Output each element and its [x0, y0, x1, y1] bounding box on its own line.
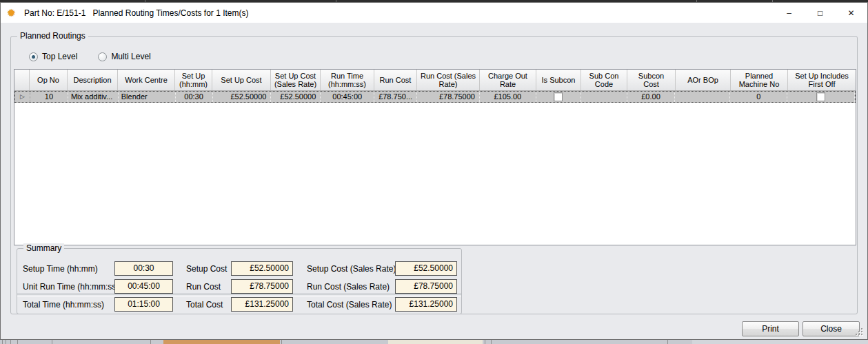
- row-selector-cell[interactable]: ▷: [15, 92, 30, 102]
- cell-run-cost[interactable]: £78.750...: [374, 92, 417, 102]
- background-gridline: [667, 340, 668, 344]
- col-header-label: Run Cost (Sales: [421, 72, 476, 80]
- background-cell: [692, 340, 868, 344]
- col-header-planned-machine-no[interactable]: Planned Machine No: [731, 70, 788, 90]
- background-gridline: [2, 340, 3, 344]
- maximize-button[interactable]: □: [805, 3, 836, 23]
- cell-description[interactable]: Mix additiv...: [68, 92, 119, 102]
- col-header-run-time[interactable]: Run Time (hh:mm:ss): [321, 70, 374, 90]
- title-bar[interactable]: ✹ Part No: E/151-1 Planned Routing Times…: [1, 3, 867, 23]
- col-header-charge-out-rate[interactable]: Charge Out Rate: [480, 70, 536, 90]
- right-triangle-icon: ▷: [20, 92, 25, 102]
- setup-cost-sales-rate-field[interactable]: £52.50000: [395, 261, 457, 276]
- level-radio-group: Top Level Multi Level: [29, 52, 172, 61]
- resize-grip[interactable]: [856, 328, 864, 336]
- run-cost-sales-rate-label: Run Cost (Sales Rate): [307, 282, 390, 292]
- col-header-set-up-cost[interactable]: Set Up Cost: [212, 70, 271, 90]
- print-button[interactable]: Print: [742, 321, 799, 336]
- cell-run-cost-sales-rate[interactable]: £78.75000: [417, 92, 480, 102]
- summary-group-label: Summary: [23, 243, 64, 254]
- background-gridline: [52, 340, 52, 344]
- cell-work-centre[interactable]: Blender: [119, 92, 176, 102]
- unit-run-time-label: Unit Run Time (hh:mm:ss): [23, 282, 119, 292]
- close-button[interactable]: Close: [803, 321, 860, 336]
- col-header-op-no[interactable]: Op No: [30, 70, 68, 90]
- routings-grid: Op No Description Work Centre Set Up (hh…: [14, 69, 856, 245]
- unit-run-time-field[interactable]: 00:45:00: [114, 279, 173, 294]
- setup-time-field[interactable]: 00:30: [114, 261, 173, 276]
- total-time-label: Total Time (hh:mm:ss): [23, 300, 104, 310]
- col-header-set-up-includes-first-off[interactable]: Set Up Includes First Off: [788, 70, 856, 90]
- setup-cost-sales-rate-label: Setup Cost (Sales Rate): [307, 264, 396, 274]
- col-header-label: Op No: [37, 76, 59, 84]
- col-header-row-selector[interactable]: [14, 70, 30, 90]
- background-gridline: [17, 340, 18, 344]
- cell-run-time[interactable]: 00:45:00: [321, 92, 374, 102]
- background-gridline: [6, 340, 6, 344]
- background-gridline: [491, 340, 492, 344]
- col-header-label: Set Up: [182, 72, 205, 80]
- col-header-aor-bop[interactable]: AOr BOp: [676, 70, 731, 90]
- col-header-label: AOr BOp: [687, 76, 718, 84]
- screen: ✹ Part No: E/151-1 Planned Routing Times…: [0, 0, 868, 344]
- radio-top-level-label: Top Level: [42, 52, 77, 61]
- cell-set-up-cost[interactable]: £52.50000: [213, 92, 272, 102]
- radio-multi-level-label: Multi Level: [111, 52, 150, 61]
- background-gridline: [10, 340, 11, 344]
- col-header-label: Is Subcon: [542, 76, 576, 84]
- col-header-label: Cost: [643, 80, 659, 88]
- col-header-label: Planned: [745, 72, 773, 80]
- col-header-run-cost[interactable]: Run Cost: [374, 70, 417, 90]
- col-header-set-up-cost-sales-rate[interactable]: Set Up Cost (Sales Rate): [271, 70, 321, 90]
- cell-charge-out-rate[interactable]: £105.00: [480, 92, 536, 102]
- col-header-sub-con-code[interactable]: Sub Con Code: [581, 70, 627, 90]
- col-header-work-centre[interactable]: Work Centre: [118, 70, 175, 90]
- cell-subcon-cost[interactable]: £0.00: [627, 92, 676, 102]
- col-header-set-up[interactable]: Set Up (hh:mm): [175, 70, 212, 90]
- col-header-label: Rate): [439, 80, 458, 88]
- col-header-label: (hh:mm): [179, 80, 208, 88]
- radio-selected-icon[interactable]: [29, 52, 38, 61]
- cell-planned-machine-no[interactable]: 0: [730, 92, 787, 102]
- run-cost-sales-rate-field[interactable]: £78.75000: [395, 279, 457, 294]
- planned-routings-group: Planned Routings Top Level Multi Level O…: [10, 36, 858, 314]
- total-cost-label: Total Cost: [186, 300, 223, 310]
- run-cost-field[interactable]: £78.75000: [231, 279, 293, 294]
- cell-op-no[interactable]: 10: [30, 92, 68, 102]
- radio-top-level[interactable]: Top Level: [29, 52, 77, 61]
- cell-is-subcon[interactable]: [536, 92, 581, 102]
- minimize-button[interactable]: –: [774, 3, 805, 23]
- col-header-label: Set Up Cost: [275, 72, 316, 80]
- col-header-label: Set Up Includes: [795, 72, 849, 80]
- col-header-label: (hh:mm:ss): [328, 80, 366, 88]
- total-cost-field[interactable]: £131.25000: [231, 297, 293, 312]
- background-gridline: [281, 340, 282, 344]
- cell-sub-con-code[interactable]: [581, 92, 627, 102]
- routing-times-costs-dialog: ✹ Part No: E/151-1 Planned Routing Times…: [0, 2, 868, 340]
- cell-set-up-includes-first-off[interactable]: [787, 92, 855, 102]
- background-gridline: [485, 340, 485, 344]
- window-title: Part No: E/151-1 Planned Routing Times/C…: [24, 8, 248, 18]
- set-up-includes-first-off-checkbox[interactable]: [816, 92, 825, 101]
- col-header-label: Code: [595, 80, 613, 88]
- summary-group: Summary Setup Time (hh:mm) 00:30 Unit Ru…: [17, 248, 462, 314]
- close-window-button[interactable]: ✕: [836, 3, 867, 23]
- col-header-is-subcon[interactable]: Is Subcon: [536, 70, 581, 90]
- col-header-run-cost-sales-rate[interactable]: Run Cost (Sales Rate): [417, 70, 480, 90]
- setup-cost-field[interactable]: £52.50000: [231, 261, 293, 276]
- radio-unselected-icon[interactable]: [98, 52, 107, 61]
- total-cost-sales-rate-field[interactable]: £131.25000: [395, 297, 457, 312]
- col-header-description[interactable]: Description: [68, 70, 118, 90]
- cell-set-up-cost-sales-rate[interactable]: £52.50000: [271, 92, 321, 102]
- background-gridline: [150, 340, 151, 344]
- is-subcon-checkbox[interactable]: [554, 92, 563, 101]
- total-time-field[interactable]: 01:15:00: [114, 297, 173, 312]
- col-header-label: First Off: [809, 80, 836, 88]
- col-header-label: Machine No: [739, 80, 780, 88]
- cell-set-up[interactable]: 00:30: [176, 92, 213, 102]
- run-cost-label: Run Cost: [186, 282, 221, 292]
- radio-multi-level[interactable]: Multi Level: [98, 52, 150, 61]
- grid-row-selected[interactable]: ▷ 10 Mix additiv... Blender 00:30 £52.50…: [14, 91, 856, 103]
- col-header-subcon-cost[interactable]: Subcon Cost: [627, 70, 676, 90]
- cell-aor-bop[interactable]: [675, 92, 730, 102]
